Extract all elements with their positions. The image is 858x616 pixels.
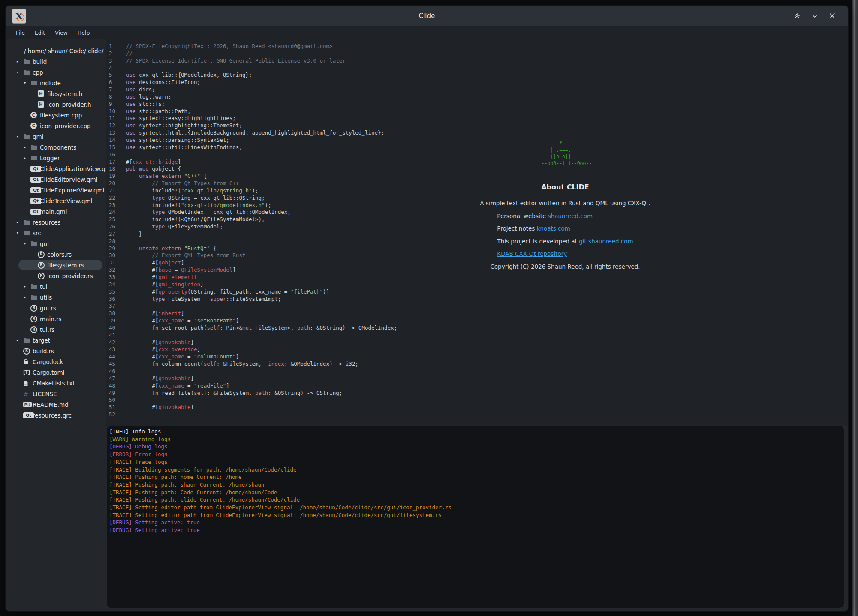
folder-icon <box>30 284 40 289</box>
code-line-text[interactable] <box>126 368 848 375</box>
sidebar-item-icon-provider-cpp[interactable]: Cicon_provider.cpp <box>6 120 106 131</box>
code-line-text[interactable]: #[qinvokable] <box>126 404 848 411</box>
sidebar-item-clidetreeview-qml[interactable]: QtClideTreeView.qml <box>6 195 106 206</box>
code-line-text[interactable] <box>126 332 848 339</box>
code-line-text[interactable] <box>126 397 848 404</box>
code-line-text[interactable]: use devicons::FileIcon; <box>126 79 848 86</box>
code-line-text[interactable]: #[qml_singleton] <box>126 281 848 288</box>
sidebar-item-colors-rs[interactable]: Rcolors.rs <box>6 249 106 260</box>
line-number: 4 <box>106 65 126 72</box>
code-line-text[interactable]: use syntect::html::{IncludeBackground, a… <box>126 129 848 137</box>
code-line-text[interactable]: use std::fs; <box>126 101 848 108</box>
code-line-text[interactable]: #[inherit] <box>126 310 848 317</box>
code-line-text[interactable]: // SPDX-License-Identifier: GNU General … <box>126 57 848 65</box>
sidebar-item-icon-provider-rs[interactable]: Ricon_provider.rs <box>6 270 106 281</box>
menu-file[interactable]: File <box>12 28 28 37</box>
code-line-text[interactable]: use std::path::Path; <box>126 108 848 115</box>
sidebar-item-clideexplorerview-qml[interactable]: QtClideExplorerView.qml <box>6 185 106 195</box>
expand-arrow-icon[interactable]: ▸ <box>17 338 23 342</box>
line-number: 15 <box>106 144 126 151</box>
code-line-text[interactable]: use syntect::easy::HighlightLines; <box>126 115 848 122</box>
code-line-text[interactable]: #[qproperty(QString, file_path, cxx_name… <box>126 288 848 296</box>
sidebar-item-target[interactable]: ▸target <box>6 335 106 346</box>
code-line-text[interactable]: use log::warn; <box>126 93 848 101</box>
sidebar-item-gui[interactable]: ▾gui <box>6 238 106 249</box>
code-line-text[interactable]: use cxx_qt_lib::{QModelIndex, QString}; <box>126 72 848 79</box>
sidebar-item-qml[interactable]: ▾qml <box>6 131 106 142</box>
expand-arrow-icon[interactable]: ▸ <box>17 60 23 63</box>
sidebar-item-license[interactable]: ☆LICENSE <box>6 388 106 399</box>
code-line-text[interactable]: fn set_root_path(self: Pin<&mut FileSyst… <box>126 325 848 332</box>
code-line-text[interactable]: type FileSystem = super::FileSystemImpl; <box>126 296 848 303</box>
code-line-text[interactable]: // <box>126 50 848 57</box>
collapse-arrow-icon[interactable]: ▾ <box>17 70 23 74</box>
code-line-text[interactable]: #[cxx_override] <box>126 346 848 353</box>
code-line-text[interactable] <box>126 411 848 418</box>
code-line-text[interactable]: use dirs; <box>126 86 848 93</box>
link-shaunreed-com[interactable]: shaunreed.com <box>548 213 593 219</box>
expand-arrow-icon[interactable]: ▸ <box>24 295 30 299</box>
link-kdab-cxx-qt-repository[interactable]: KDAB CXX-Qt repository <box>497 250 567 257</box>
line-number: 14 <box>106 137 126 144</box>
collapse-arrow-icon[interactable]: ▾ <box>24 81 30 85</box>
sidebar-item-cmakelists-txt[interactable]: CMakeLists.txt <box>6 378 106 388</box>
sidebar-item-main-rs[interactable]: Rmain.rs <box>6 313 106 324</box>
code-line: 49 fn read_file(self: &FileSystem, path:… <box>106 390 848 397</box>
code-line-text[interactable]: #[qinvokable] <box>126 375 848 382</box>
line-number: 48 <box>106 382 126 390</box>
titlebar[interactable]: X Clide <box>6 6 848 26</box>
code-line-text[interactable]: fn column_count(self: &FileSystem, _inde… <box>126 361 848 368</box>
code-line-text[interactable]: use syntect::highlighting::ThemeSet; <box>126 122 848 129</box>
sidebar-item-readme-md[interactable]: M↓README.md <box>6 399 106 410</box>
file-explorer[interactable]: / home/ shaun/ Code/ clide/ ▸build▾cpp▾i… <box>6 39 106 611</box>
sidebar-item-src[interactable]: ▾src <box>6 228 106 238</box>
code-editor[interactable]: 1// SPDX-FileCopyrightText: 2026, Shaun … <box>106 39 848 426</box>
expand-arrow-icon[interactable]: ▸ <box>24 285 30 288</box>
code-line-text[interactable]: fn read_file(self: &FileSystem, path: &Q… <box>126 390 848 397</box>
code-line-text[interactable] <box>126 65 848 72</box>
menu-help[interactable]: Help <box>74 28 93 37</box>
code-line-text[interactable]: #[qinvokable] <box>126 339 848 346</box>
sidebar-item-clideapplicationview-qml[interactable]: QtClideApplicationView.qml <box>6 163 106 174</box>
log-panel[interactable]: [INFO] Info logs[WARN] Warning logs[DEBU… <box>107 426 844 608</box>
sidebar-item-cpp[interactable]: ▾cpp <box>6 67 106 78</box>
sidebar-item-tui[interactable]: ▸tui <box>6 281 106 292</box>
sidebar-item-clideeditorview-qml[interactable]: QtClideEditorView.qml <box>6 174 106 185</box>
sidebar-item-tui-rs[interactable]: Rtui.rs <box>6 324 106 335</box>
close-button[interactable] <box>827 10 838 21</box>
code-line-text[interactable]: // SPDX-FileCopyrightText: 2026, Shaun R… <box>126 43 848 50</box>
sidebar-item-gui-rs[interactable]: Rgui.rs <box>6 303 106 313</box>
sidebar-item-resources[interactable]: ▸resources <box>6 217 106 228</box>
code-line-text[interactable]: #[cxx_name = "readFile"] <box>126 382 848 390</box>
sidebar-item-logger[interactable]: ▸Logger <box>6 153 106 163</box>
expand-arrow-icon[interactable]: ▸ <box>24 145 30 149</box>
expand-arrow-icon[interactable]: ▸ <box>24 156 30 160</box>
sidebar-item-filesystem-h[interactable]: Hfilesystem.h <box>6 88 106 99</box>
sidebar-item-components[interactable]: ▸Components <box>6 142 106 153</box>
collapse-arrow-icon[interactable]: ▾ <box>17 135 23 138</box>
code-line-text[interactable]: #[cxx_name = "setRootPath"] <box>126 317 848 325</box>
sidebar-item-build[interactable]: ▸build <box>6 56 106 67</box>
code-line-text[interactable] <box>126 303 848 310</box>
sidebar-item-filesystem-rs[interactable]: Rfilesystem.rs <box>6 260 106 270</box>
menu-view[interactable]: View <box>51 28 71 37</box>
collapse-arrow-icon[interactable]: ▾ <box>24 242 30 246</box>
expand-arrow-icon[interactable]: ▸ <box>17 220 23 224</box>
link-knoats-com[interactable]: knoats.com <box>537 225 570 232</box>
sidebar-item-build-rs[interactable]: Rbuild.rs <box>6 346 106 356</box>
sidebar-item-main-qml[interactable]: Qtmain.qml <box>6 206 106 217</box>
link-git-shaunreed-com[interactable]: git.shaunreed.com <box>579 238 633 245</box>
menu-edit[interactable]: Edit <box>31 28 48 37</box>
qt-file-icon: Qt <box>30 209 40 215</box>
sidebar-item-resources-qrc[interactable]: Qtresources.qrc <box>6 410 106 421</box>
minimize-button[interactable] <box>809 10 820 21</box>
sidebar-item-utils[interactable]: ▸utils <box>6 292 106 303</box>
sidebar-item-include[interactable]: ▾include <box>6 78 106 88</box>
code-line-text[interactable]: #[cxx_name = "columnCount"] <box>126 353 848 361</box>
sidebar-item-cargo-lock[interactable]: Cargo.lock <box>6 356 106 367</box>
sidebar-item-icon-provider-h[interactable]: Hicon_provider.h <box>6 99 106 110</box>
collapse-arrow-icon[interactable]: ▾ <box>17 231 23 235</box>
maximize-button[interactable] <box>792 10 803 21</box>
sidebar-item-filesystem-cpp[interactable]: Cfilesystem.cpp <box>6 110 106 120</box>
sidebar-item-cargo-toml[interactable]: [T]Cargo.toml <box>6 367 106 378</box>
